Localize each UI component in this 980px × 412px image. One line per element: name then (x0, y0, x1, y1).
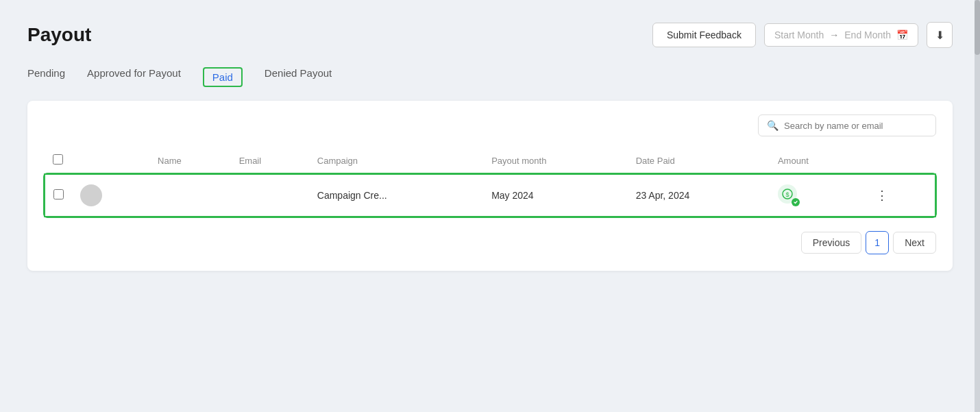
payout-table: Name Email Campaign Payout month Date Pa… (44, 147, 936, 217)
row-checkbox-cell (45, 174, 72, 217)
tab-pending[interactable]: Pending (27, 67, 65, 87)
row-avatar-cell (72, 174, 149, 217)
start-month-placeholder: Start Month (774, 29, 824, 40)
download-button[interactable]: ⬇ (927, 22, 953, 48)
scrollbar-track[interactable] (975, 0, 980, 412)
tab-denied[interactable]: Denied Payout (265, 67, 332, 87)
select-all-checkbox[interactable] (53, 154, 63, 165)
header-amount: Amount (770, 147, 865, 174)
pagination-page-1[interactable]: 1 (866, 231, 889, 254)
previous-button[interactable]: Previous (801, 232, 861, 254)
row-more-button[interactable]: ⋮ (873, 188, 891, 203)
pagination: Previous 1 Next (44, 231, 936, 254)
tab-approved[interactable]: Approved for Payout (87, 67, 181, 87)
calendar-icon: 📅 (896, 29, 908, 40)
page-title: Payout (27, 24, 91, 46)
table-header-row: Name Email Campaign Payout month Date Pa… (45, 147, 935, 174)
download-icon: ⬇ (935, 29, 944, 42)
header-name: Name (149, 147, 231, 174)
row-date-paid: 23 Apr, 2024 (628, 174, 770, 217)
search-input[interactable] (784, 121, 927, 131)
scrollbar-thumb[interactable] (975, 0, 980, 55)
date-range-picker[interactable]: Start Month → End Month 📅 (764, 23, 918, 47)
header-payout-month: Payout month (483, 147, 628, 174)
header-campaign: Campaign (309, 147, 483, 174)
search-icon: 🔍 (767, 120, 779, 131)
next-button[interactable]: Next (893, 232, 936, 254)
search-box[interactable]: 🔍 (758, 114, 936, 136)
tabs: Pending Approved for Payout Paid Denied … (27, 67, 953, 87)
end-month-placeholder: End Month (844, 29, 891, 40)
svg-text:$: $ (785, 191, 789, 198)
card-top: 🔍 (44, 114, 936, 136)
row-name (149, 174, 231, 217)
header-checkbox-cell (45, 147, 72, 174)
submit-feedback-button[interactable]: Submit Feedback (652, 23, 756, 47)
row-checkbox[interactable] (53, 189, 64, 199)
row-actions-cell: ⋮ (865, 174, 935, 217)
header-avatar (72, 147, 149, 174)
avatar (80, 184, 102, 206)
table-row: Campaign Cre... May 2024 23 Apr, 2024 $ (45, 174, 935, 217)
header-controls: Submit Feedback Start Month → End Month … (652, 22, 953, 48)
tab-paid[interactable]: Paid (203, 67, 243, 87)
header-actions (865, 147, 935, 174)
amount-badge (792, 198, 800, 206)
row-payout-month: May 2024 (483, 174, 628, 217)
row-amount: $ (770, 174, 865, 217)
header-email: Email (231, 147, 309, 174)
row-email (231, 174, 309, 217)
date-arrow-icon: → (829, 29, 839, 40)
main-card: 🔍 Name Email Campaign Payout month Date … (27, 101, 953, 271)
header-date-paid: Date Paid (628, 147, 770, 174)
row-campaign: Campaign Cre... (309, 174, 483, 217)
